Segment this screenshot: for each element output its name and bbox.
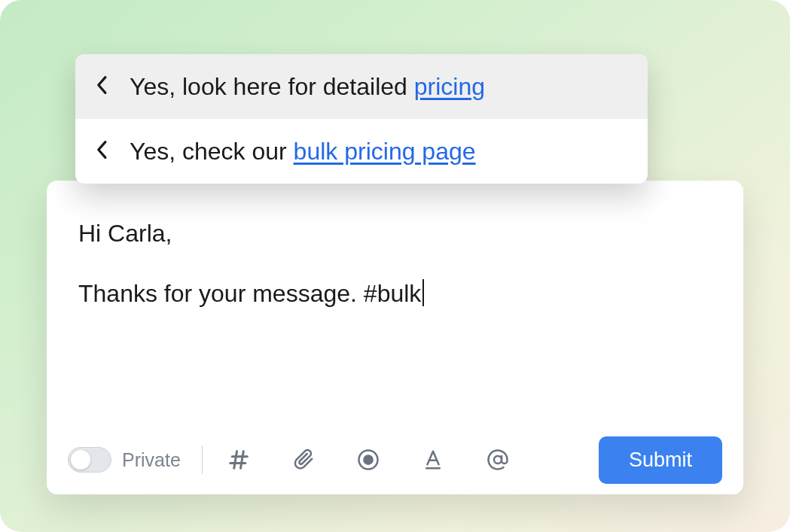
message-line-2: Thanks for your message. #bulk (78, 275, 712, 312)
svg-point-5 (364, 455, 372, 464)
text-cursor (422, 279, 424, 306)
suggestion-text: Yes, check our bulk pricing page (130, 138, 476, 166)
chevron-left-icon (96, 73, 108, 101)
message-composer: Hi Carla, Thanks for your message. #bulk… (47, 181, 743, 494)
divider (202, 445, 203, 474)
hash-icon[interactable] (221, 442, 257, 478)
private-toggle-group: Private (68, 447, 181, 473)
mention-icon[interactable] (480, 442, 516, 478)
text-format-icon[interactable] (415, 442, 451, 478)
stage: Hi Carla, Thanks for your message. #bulk… (0, 0, 790, 532)
svg-line-2 (234, 451, 237, 469)
suggestion-item[interactable]: Yes, look here for detailed pricing (75, 54, 648, 119)
suggestion-text: Yes, look here for detailed pricing (130, 73, 485, 101)
composer-toolbar: Private (47, 425, 743, 494)
svg-line-3 (240, 451, 243, 469)
message-line-1: Hi Carla, (78, 215, 712, 251)
chevron-left-icon (96, 138, 108, 166)
private-toggle[interactable] (68, 447, 111, 473)
suggestion-link[interactable]: bulk pricing page (294, 138, 476, 165)
suggestion-dropdown: Yes, look here for detailed pricing Yes,… (75, 54, 648, 184)
record-icon[interactable] (350, 442, 386, 478)
svg-point-8 (494, 456, 502, 464)
suggestion-item[interactable]: Yes, check our bulk pricing page (75, 119, 648, 184)
suggestion-link[interactable]: pricing (414, 73, 485, 100)
private-toggle-label: Private (122, 449, 181, 471)
attachment-icon[interactable] (285, 442, 322, 478)
toggle-knob (71, 450, 90, 470)
message-textarea[interactable]: Hi Carla, Thanks for your message. #bulk (47, 181, 743, 425)
submit-button[interactable]: Submit (599, 436, 722, 484)
